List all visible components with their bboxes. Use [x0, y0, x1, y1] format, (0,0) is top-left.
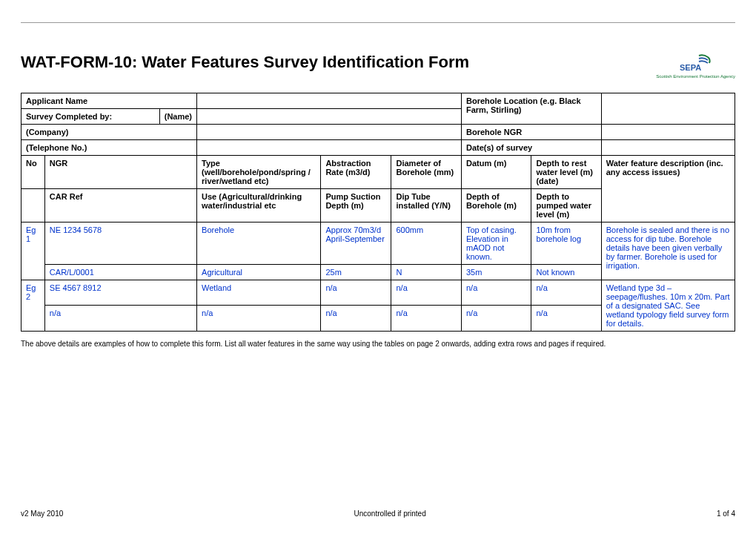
input-dates[interactable]: [601, 139, 735, 155]
col-dip-tube: Dip Tube installed (Y/N): [391, 188, 461, 222]
eg1-abstraction: Approx 70m3/d April-September: [321, 222, 391, 264]
col-depth-rest: Depth to rest water level (m) (date): [531, 155, 601, 188]
svg-text:SEPA: SEPA: [680, 63, 701, 72]
footer-center: Uncontrolled if printed: [354, 510, 425, 518]
eg1-desc: Borehole is sealed and there is no acces…: [601, 222, 735, 280]
col-description: Water feature description (inc. any acce…: [601, 155, 735, 222]
col-depth-pumped: Depth to pumped water level (m): [531, 188, 601, 222]
eg2-use: n/a: [197, 306, 321, 332]
input-company[interactable]: [197, 124, 462, 139]
eg1-dip-tube: N: [391, 264, 461, 280]
col-depth-bore: Depth of Borehole (m): [461, 188, 531, 222]
eg1-pump: 25m: [321, 264, 391, 280]
eg2-depth-pumped: n/a: [531, 306, 601, 332]
label-telephone: (Telephone No.): [21, 139, 197, 155]
col-ngr: NGR: [44, 155, 196, 188]
header: WAT-FORM-10: Water Features Survey Ident…: [21, 53, 735, 79]
footer: v2 May 2010 Uncontrolled if printed 1 of…: [21, 510, 735, 518]
col-diameter: Diameter of Borehole (mm): [391, 155, 461, 188]
eg1-datum: Top of casing. Elevation in mAOD not kno…: [461, 222, 531, 264]
eg1-use: Agricultural: [197, 264, 321, 280]
col-abstraction: Abstraction Rate (m3/d): [321, 155, 391, 188]
eg2-desc: Wetland type 3d – seepage/flushes. 10m x…: [601, 280, 735, 331]
eg2-diameter: n/a: [391, 280, 461, 306]
eg2-datum: n/a: [461, 280, 531, 306]
eg2-ngr: SE 4567 8912: [44, 280, 196, 306]
label-borehole-ngr: Borehole NGR: [461, 124, 601, 139]
col-use: Use (Agricultural/drinking water/industr…: [197, 188, 321, 222]
label-applicant: Applicant Name: [21, 93, 197, 108]
label-dates: Date(s) of survey: [461, 139, 601, 155]
footnote: The above details are examples of how to…: [21, 339, 735, 349]
footer-right: 1 of 4: [717, 510, 735, 518]
col-datum: Datum (m): [461, 155, 531, 188]
input-surveyer-name[interactable]: [197, 108, 462, 124]
page-title: WAT-FORM-10: Water Features Survey Ident…: [21, 53, 469, 72]
sepa-logo: SEPA Scottish Environment Protection Age…: [656, 53, 735, 79]
eg2-depth-rest: n/a: [531, 280, 601, 306]
eg2-no: Eg 2: [21, 280, 45, 331]
eg1-depth-rest: 10m from borehole log: [531, 222, 601, 264]
label-borehole-location: Borehole Location (e.g. Black Farm, Stir…: [461, 93, 601, 124]
col-no: No: [21, 155, 45, 188]
eg1-depth-pumped: Not known: [531, 264, 601, 280]
label-company: (Company): [21, 124, 197, 139]
blank: [21, 188, 45, 222]
eg1-no: Eg 1: [21, 222, 45, 280]
form-table: Applicant Name Borehole Location (e.g. B…: [21, 93, 735, 332]
input-applicant[interactable]: [197, 93, 462, 108]
col-type: Type (well/borehole/pond/spring / river/…: [197, 155, 321, 188]
label-survey-by: Survey Completed by:: [21, 108, 160, 124]
eg2-abstraction: n/a: [321, 280, 391, 306]
eg1-car-ref: CAR/L/0001: [44, 264, 196, 280]
top-rule: [21, 22, 735, 23]
input-borehole-ngr[interactable]: [601, 124, 735, 139]
input-telephone[interactable]: [197, 139, 462, 155]
table-row: Eg 1 NE 1234 5678 Borehole Approx 70m3/d…: [21, 222, 735, 264]
input-borehole-location[interactable]: [601, 93, 735, 124]
eg1-ngr: NE 1234 5678: [44, 222, 196, 264]
eg2-car-ref: n/a: [44, 306, 196, 332]
label-name: (Name): [159, 108, 196, 124]
eg2-type: Wetland: [197, 280, 321, 306]
eg2-dip-tube: n/a: [391, 306, 461, 332]
sepa-logo-sub: Scottish Environment Protection Agency: [656, 74, 735, 79]
eg1-type: Borehole: [197, 222, 321, 264]
col-car-ref: CAR Ref: [44, 188, 196, 222]
eg2-depth-bore: n/a: [461, 306, 531, 332]
sepa-logo-icon: SEPA: [678, 53, 714, 73]
eg1-diameter: 600mm: [391, 222, 461, 264]
footer-left: v2 May 2010: [21, 510, 63, 518]
table-row: Eg 2 SE 4567 8912 Wetland n/a n/a n/a n/…: [21, 280, 735, 306]
col-pump: Pump Suction Depth (m): [321, 188, 391, 222]
eg1-depth-bore: 35m: [461, 264, 531, 280]
eg2-pump: n/a: [321, 306, 391, 332]
